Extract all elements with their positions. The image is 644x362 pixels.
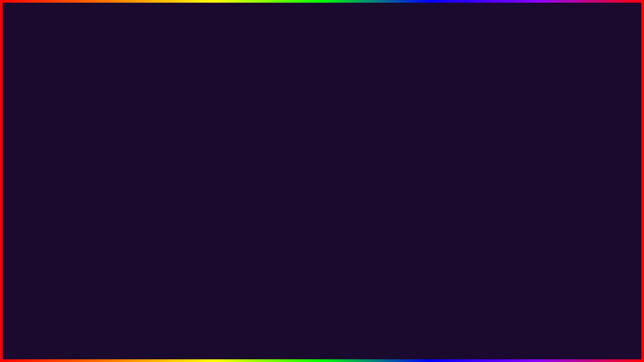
background: แจกสคริปออโต้ฟาร์ม ZAMEX HUB | BLOX FRUI… <box>3 3 641 359</box>
thai-line-1: ฟาร์มโคตรเร็ว <box>434 86 635 120</box>
bottom-part1: รองรับ <box>9 314 77 353</box>
death-row: Death <box>13 206 177 217</box>
auto-mystic-island-label: Auto Mystic Island <box>18 166 59 172</box>
bottom-part2: มือถือ <box>80 314 139 353</box>
tab-main[interactable]: Main <box>16 86 35 97</box>
tab-du[interactable]: Du <box>104 86 119 97</box>
divider-left <box>18 143 87 144</box>
auto-farm-level-row: Auto Farm Level <box>18 151 171 160</box>
brand-label: ZAMEX HUB | BLOX FRUIT <box>18 77 83 82</box>
tab-teleport[interactable]: Teleport <box>79 86 104 97</box>
auto-farm-level-label: Auto Farm Level <box>18 153 55 158</box>
divider-right <box>103 143 171 144</box>
fighting-divider-right <box>112 180 171 181</box>
right-panel: BLOXFRUITS <box>557 13 631 86</box>
character-image: BLOXFRUITS <box>557 13 631 86</box>
separator: | <box>50 77 52 82</box>
main-title: แจกสคริปออโต้ฟาร์ม <box>13 9 574 53</box>
game-label: BLOX FRUIT <box>53 77 83 82</box>
dropdown-arrow: ▼ <box>162 107 166 112</box>
auto-farm-level-toggle[interactable] <box>154 151 171 160</box>
bottom-part3: ฟรี!! <box>142 314 188 353</box>
fighting-divider-left <box>18 180 77 181</box>
panel-tabs: Main Combat Stats Teleport Du <box>13 86 177 98</box>
bottom-left-text: รองรับ มือถือ ฟรี!! <box>9 314 188 353</box>
auto-mystic-island-row: Auto Mystic Island <box>18 164 171 173</box>
main-section-label: Main <box>90 141 100 146</box>
auto-superhuman-row: Auto Superhuman <box>18 188 171 196</box>
fighting-style-divider: Fighting Style <box>18 178 171 183</box>
hub-label: HUB <box>38 77 49 82</box>
death-label: Death <box>18 209 30 214</box>
panel-header: ZAMEX HUB | BLOX FRUIT <box>13 73 177 86</box>
select-weapon-dropdown[interactable]: Select Weapon : Dragon Talon ▼ <box>18 103 171 116</box>
tab-stats[interactable]: Stats <box>60 86 79 97</box>
main-section-divider: Main <box>18 141 171 146</box>
game-panel: ZAMEX HUB | BLOX FRUIT Main Combat Stats… <box>13 73 177 217</box>
blox-fruits-logo: BLOXFRUITS <box>604 59 627 82</box>
auto-mystic-island-toggle[interactable] <box>154 164 171 173</box>
right-thai-texts: ฟาร์มโคตรเร็ว ฟาร์มลื่นๆ ออโต้ลงดัน <box>434 86 635 187</box>
select-weapon-label: Select Weapon : Dragon Talon <box>23 107 92 112</box>
thai-line-3: ออโต้ลงดัน <box>434 154 635 187</box>
auto-superhuman-toggle[interactable] <box>154 188 171 196</box>
auto-superhuman-label: Auto Superhuman <box>18 189 59 195</box>
panel-body: Select Weapon : Dragon Talon ▼ Refresh W… <box>13 98 177 206</box>
refresh-weapon-button[interactable]: Refresh Weapon <box>18 120 171 135</box>
fighting-style-label: Fighting Style <box>81 178 109 183</box>
zamex-label: ZAMEX <box>18 77 36 82</box>
tab-combat[interactable]: Combat <box>35 86 60 97</box>
thai-line-2: ฟาร์มลื่นๆ <box>434 120 635 154</box>
